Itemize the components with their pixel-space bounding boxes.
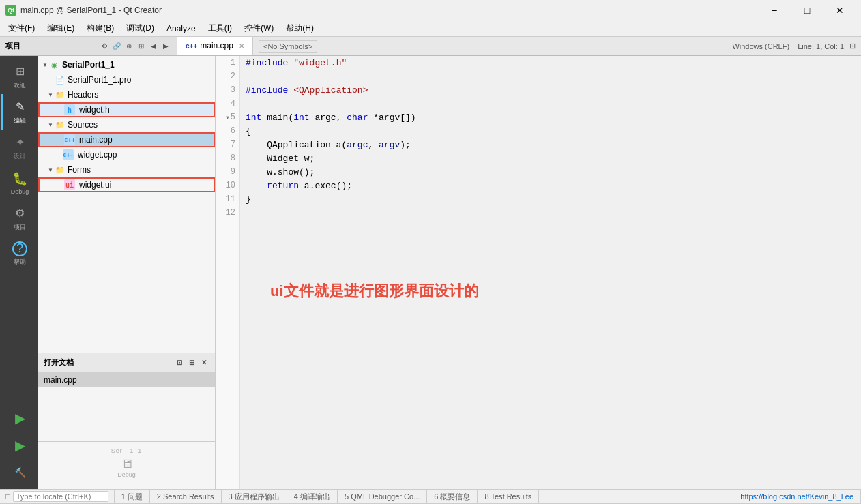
code-editor[interactable]: #include "widget.h" #include <QApplicati… xyxy=(240,56,861,489)
split-editor-btn[interactable]: ⊡ xyxy=(849,42,856,50)
bottom-tab-search[interactable]: 2 Search Results xyxy=(150,490,222,503)
line-num-6: 6 xyxy=(216,124,239,138)
tree-item-sources[interactable]: ▼ 📁 Sources xyxy=(38,117,215,132)
sidebar-item-help[interactable]: ? 帮助 xyxy=(1,236,37,271)
line-num-8: 8 xyxy=(216,151,239,165)
close-brace: } xyxy=(246,194,251,205)
bottom-tab-compile[interactable]: 4 编译输出 xyxy=(287,490,338,503)
close-button[interactable]: ✕ xyxy=(824,0,856,20)
maximize-button[interactable]: □ xyxy=(791,0,823,20)
editor-content[interactable]: 1 2 3 4 ▼5 6 7 8 9 10 11 12 #include "wi… xyxy=(216,56,861,489)
line-num-7: 7 xyxy=(216,138,239,151)
widget-line: Widget w; xyxy=(246,153,315,164)
session-label: Ser···1_1 xyxy=(111,447,143,454)
code-line-8: Widget w; xyxy=(240,151,861,165)
tree-item-headers[interactable]: ▼ 📁 Headers xyxy=(38,87,215,102)
tree-item-forms[interactable]: ▼ 📁 Forms xyxy=(38,162,215,177)
add-btn[interactable]: ⊕ xyxy=(123,41,134,52)
bottom-tab-overview[interactable]: 6 概要信息 xyxy=(427,490,478,503)
bottom-tab-app-output[interactable]: 3 应用程序输出 xyxy=(222,490,287,503)
menu-debug[interactable]: 调试(D) xyxy=(121,21,160,35)
show-line: w.show(); xyxy=(246,167,315,177)
sidebar-item-run[interactable]: ▶ xyxy=(1,404,37,432)
sidebar-item-run-debug[interactable]: ▶ xyxy=(1,432,37,459)
cpp-main-icon: c++ xyxy=(64,134,75,145)
title-bar-left: Qt main.cpp @ SerialPort1_1 - Qt Creator xyxy=(5,5,162,16)
line-num-3: 3 xyxy=(216,83,239,97)
code-line-10: return a.exec(); xyxy=(240,179,861,192)
editor-tab-bar: 项目 ⚙ 🔗 ⊕ ⊞ ◀ ▶ c++ main.cpp ✕ <No Symbol… xyxy=(0,37,861,56)
menu-tools[interactable]: 工具(I) xyxy=(203,21,237,35)
open-docs-expand-btn[interactable]: ⊞ xyxy=(186,357,197,368)
open-docs-split-btn[interactable]: ⊡ xyxy=(174,357,185,368)
filter-btn[interactable]: ⚙ xyxy=(99,41,110,52)
widget-h-label: widget.h xyxy=(79,105,110,115)
line-numbers: 1 2 3 4 ▼5 6 7 8 9 10 11 12 xyxy=(216,56,240,489)
argv-var: argv xyxy=(379,140,400,150)
tree-item-root[interactable]: ▼ ◉ SerialPort1_1 xyxy=(38,57,215,72)
main-content: ⊞ 欢迎 ✎ 编辑 ✦ 设计 🐛 Debug ⚙ 项目 ? 帮助 ▶ ▶ xyxy=(0,56,861,489)
window-controls: − □ ✕ xyxy=(759,0,856,20)
open-brace: { xyxy=(246,126,251,136)
tree-item-widget-h[interactable]: h widget.h xyxy=(38,102,215,117)
open-docs-close-btn[interactable]: ✕ xyxy=(199,357,209,368)
sidebar-item-edit[interactable]: ✎ 编辑 xyxy=(1,94,37,130)
menu-control[interactable]: 控件(W) xyxy=(239,21,279,35)
locate-input[interactable] xyxy=(13,491,108,502)
sidebar-item-welcome[interactable]: ⊞ 欢迎 xyxy=(1,59,37,94)
open-docs-header: 打开文档 ⊡ ⊞ ✕ xyxy=(38,353,215,372)
tree-item-widget-ui[interactable]: ui widget.ui xyxy=(38,177,215,192)
minimize-button[interactable]: − xyxy=(759,0,790,20)
kw-include-2: #include xyxy=(246,85,293,95)
menu-build[interactable]: 构建(B) xyxy=(81,21,119,35)
bottom-tab-test[interactable]: 8 Test Results xyxy=(478,490,539,503)
open-doc-main-cpp[interactable]: main.cpp xyxy=(38,372,215,387)
kw-int2: int xyxy=(293,113,309,123)
open-docs-scroll[interactable] xyxy=(38,387,215,441)
symbol-selector[interactable]: <No Symbols> xyxy=(259,40,317,53)
expand-btn[interactable]: ⊞ xyxy=(136,41,147,52)
url-display: https://blog.csdn.net/Kevin_8_Lee xyxy=(733,490,861,503)
menu-help[interactable]: 帮助(H) xyxy=(280,21,319,35)
debug-monitor-label: Debug xyxy=(117,471,136,478)
tab-cpp-icon: c++ xyxy=(186,42,197,50)
project-label-2: 项目 xyxy=(14,223,26,232)
next-btn[interactable]: ▶ xyxy=(160,41,171,52)
sources-label: Sources xyxy=(68,120,98,130)
tab-close-icon[interactable]: ✕ xyxy=(239,42,244,50)
sync-btn[interactable]: 🔗 xyxy=(111,41,122,52)
sidebar: ⊞ 欢迎 ✎ 编辑 ✦ 设计 🐛 Debug ⚙ 项目 ? 帮助 ▶ ▶ xyxy=(0,56,38,489)
help-icon: ? xyxy=(12,241,27,256)
bottom-tab-problems[interactable]: 1 问题 xyxy=(115,490,150,503)
bottom-tab-qml[interactable]: 5 QML Debugger Co... xyxy=(338,490,427,503)
sidebar-item-debug[interactable]: 🐛 Debug xyxy=(1,165,37,201)
tree-item-pro[interactable]: 📄 SerialPort1_1.pro xyxy=(38,72,215,87)
sidebar-item-design[interactable]: ✦ 设计 xyxy=(1,130,37,165)
debug-monitor-btn[interactable]: 🖥 Debug xyxy=(117,457,136,478)
welcome-label: 欢迎 xyxy=(14,81,26,90)
editor-tab-main[interactable]: c++ main.cpp ✕ xyxy=(177,37,253,55)
encoding-label: Windows (CRLF) xyxy=(732,42,789,50)
tree-item-main-cpp[interactable]: c++ main.cpp xyxy=(38,132,215,147)
file-tree-panel: ▼ ◉ SerialPort1_1 📄 SerialPort1_1.pro ▼ … xyxy=(38,56,216,489)
code-line-7: QApplication a(argc, argv); xyxy=(240,138,861,151)
line-num-4: 4 xyxy=(216,97,239,110)
kw-int: int xyxy=(246,113,261,123)
tab-filename: main.cpp xyxy=(200,41,233,50)
debug-icon: 🐛 xyxy=(12,171,28,187)
prev-btn[interactable]: ◀ xyxy=(148,41,159,52)
code-line-2 xyxy=(240,70,861,83)
menu-edit[interactable]: 编辑(E) xyxy=(42,21,80,35)
run-debug-icon: ▶ xyxy=(15,437,25,454)
menu-analyze[interactable]: Analyze xyxy=(161,23,201,35)
search-icon: □ xyxy=(5,492,10,501)
tree-item-widget-cpp[interactable]: c++ widget.cpp xyxy=(38,147,215,162)
comma: , xyxy=(368,140,379,150)
project-toolbar: 项目 ⚙ 🔗 ⊕ ⊞ ◀ ▶ xyxy=(0,37,177,55)
sidebar-item-build[interactable]: 🔨 xyxy=(1,459,37,486)
argc-text: argc, xyxy=(310,113,347,123)
headers-arrow: ▼ xyxy=(46,91,55,99)
sidebar-item-project[interactable]: ⚙ 项目 xyxy=(1,201,37,236)
menu-file[interactable]: 文件(F) xyxy=(3,21,40,35)
debug-label: Debug xyxy=(11,188,29,195)
